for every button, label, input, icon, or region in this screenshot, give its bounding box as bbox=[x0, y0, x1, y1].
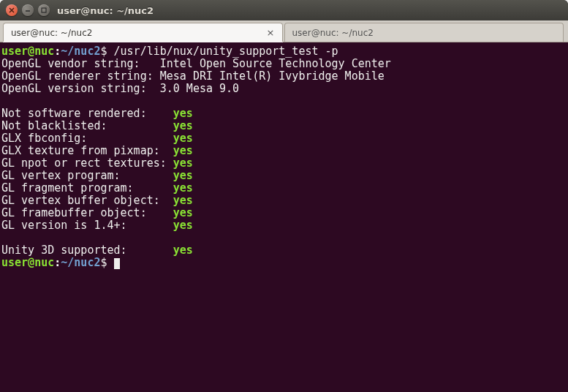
prompt-userhost: user@nuc bbox=[1, 256, 54, 269]
prompt-path: ~/nuc2 bbox=[61, 256, 100, 269]
command-text: /usr/lib/nux/unity_support_test -p bbox=[114, 45, 338, 58]
check-result: yes bbox=[173, 157, 193, 170]
prompt-symbol: $ bbox=[100, 45, 107, 58]
terminal-tab-active[interactable]: user@nuc: ~/nuc2 × bbox=[3, 23, 283, 42]
prompt-sep: : bbox=[54, 45, 61, 58]
check-result: yes bbox=[173, 119, 193, 132]
close-icon[interactable] bbox=[6, 4, 18, 16]
info-value: Intel Open Source Technology Center bbox=[160, 57, 391, 70]
tab-bar: user@nuc: ~/nuc2 × user@nuc: ~/nuc2 bbox=[0, 20, 568, 42]
check-label: Not blacklisted: bbox=[1, 119, 167, 132]
tab-label: user@nuc: ~/nuc2 bbox=[11, 28, 261, 38]
terminal-window: user@nuc: ~/nuc2 user@nuc: ~/nuc2 × user… bbox=[0, 0, 568, 392]
terminal-tab-inactive[interactable]: user@nuc: ~/nuc2 bbox=[284, 23, 564, 42]
check-label: GLX texture from pixmap: bbox=[1, 144, 167, 157]
check-label: GL framebuffer object: bbox=[1, 206, 167, 219]
check-result: yes bbox=[173, 107, 193, 120]
check-label: GL version is 1.4+: bbox=[1, 219, 167, 232]
check-result: yes bbox=[173, 144, 193, 157]
check-result: yes bbox=[173, 206, 193, 219]
maximize-icon[interactable] bbox=[38, 4, 50, 16]
close-tab-icon[interactable]: × bbox=[267, 27, 275, 38]
check-label: GL vertex program: bbox=[1, 169, 167, 182]
check-label: Not software rendered: bbox=[1, 107, 167, 120]
info-value: 3.0 Mesa 9.0 bbox=[160, 82, 239, 95]
prompt-userhost: user@nuc bbox=[1, 45, 54, 58]
svg-rect-0 bbox=[42, 8, 46, 12]
prompt-symbol: $ bbox=[100, 256, 107, 269]
info-label: OpenGL vendor string: bbox=[1, 57, 154, 70]
check-result: yes bbox=[173, 169, 193, 182]
info-label: OpenGL renderer string: bbox=[1, 69, 154, 83]
window-title: user@nuc: ~/nuc2 bbox=[57, 5, 154, 16]
summary-label: Unity 3D supported: bbox=[1, 244, 167, 257]
check-result: yes bbox=[173, 132, 193, 145]
check-label: GL vertex buffer object: bbox=[1, 194, 167, 207]
summary-result: yes bbox=[173, 244, 193, 257]
prompt-path: ~/nuc2 bbox=[61, 45, 100, 58]
info-label: OpenGL version string: bbox=[1, 82, 154, 95]
terminal-output[interactable]: user@nuc:~/nuc2$ /usr/lib/nux/unity_supp… bbox=[0, 42, 568, 392]
cursor-icon bbox=[114, 258, 120, 269]
titlebar[interactable]: user@nuc: ~/nuc2 bbox=[0, 0, 568, 20]
check-result: yes bbox=[173, 181, 193, 195]
check-result: yes bbox=[173, 194, 193, 207]
info-value: Mesa DRI Intel(R) Ivybridge Mobile bbox=[160, 69, 391, 83]
prompt-sep: : bbox=[54, 256, 61, 269]
check-label: GLX fbconfig: bbox=[1, 132, 167, 145]
check-label: GL npot or rect textures: bbox=[1, 157, 167, 170]
tab-label: user@nuc: ~/nuc2 bbox=[292, 28, 556, 38]
check-result: yes bbox=[173, 219, 193, 232]
minimize-icon[interactable] bbox=[22, 4, 34, 16]
check-label: GL fragment program: bbox=[1, 181, 167, 195]
